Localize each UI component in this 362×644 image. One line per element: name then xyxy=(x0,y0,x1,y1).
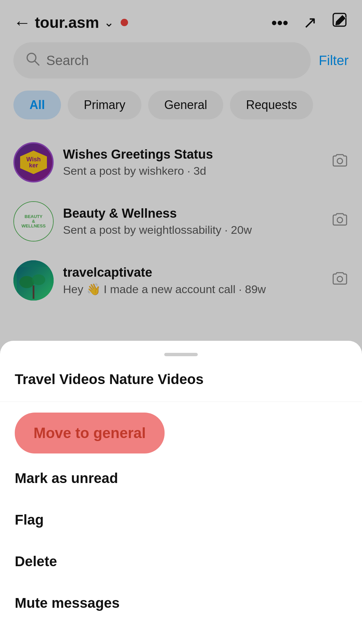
mark-as-unread-button[interactable]: Mark as unread xyxy=(0,458,362,499)
delete-button[interactable]: Delete xyxy=(0,541,362,582)
sheet-handle xyxy=(164,353,198,356)
mute-messages-button[interactable]: Mute messages xyxy=(0,582,362,624)
move-to-general-button[interactable]: Move to general xyxy=(15,413,165,453)
sheet-categories: Travel Videos Nature Videos xyxy=(15,370,347,389)
bottom-sheet: Travel Videos Nature Videos Move to gene… xyxy=(0,341,362,644)
flag-button[interactable]: Flag xyxy=(0,499,362,541)
move-to-general-wrapper: Move to general xyxy=(0,405,362,458)
sheet-category-row: Travel Videos Nature Videos xyxy=(0,370,362,402)
